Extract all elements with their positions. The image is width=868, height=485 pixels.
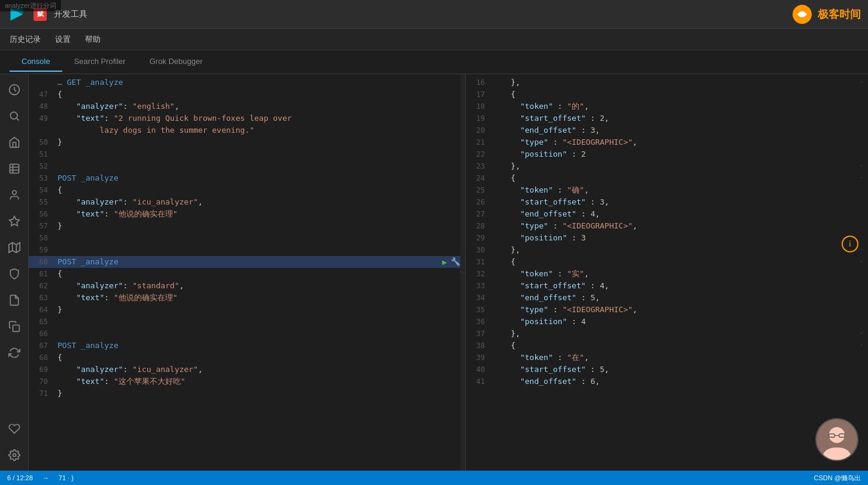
output-line: 25 "token" : "确",	[466, 184, 868, 196]
code-line: 59	[29, 244, 465, 256]
output-line: 38 { ·	[466, 340, 868, 352]
status-line-col: 6 / 12:28	[7, 474, 33, 481]
code-line: 54 {	[29, 184, 465, 196]
avatar	[815, 418, 858, 461]
output-line: 22 "position" : 2	[466, 148, 868, 160]
code-line: … GET _analyze	[29, 77, 465, 89]
code-editor[interactable]: … GET _analyze 47 { 48 "analyzer": "engl…	[29, 74, 465, 471]
nav-history[interactable]: 历史记录	[10, 34, 41, 45]
output-line: 27 "end_offset" : 4,	[466, 208, 868, 220]
panel-divider[interactable]: ⋮	[460, 74, 465, 471]
output-line: 20 "end_offset" : 3,	[466, 124, 868, 136]
output-line: 36 "position" : 4	[466, 316, 868, 328]
svg-point-6	[12, 191, 16, 195]
code-line: 69 "analyzer": "icu_analyzer",	[29, 364, 465, 376]
sidebar-icon-home[interactable]	[4, 132, 25, 153]
code-line: 50 }	[29, 136, 465, 148]
output-line: 16 }, ·	[466, 77, 868, 89]
left-panel: … GET _analyze 47 { 48 "analyzer": "engl…	[29, 74, 466, 471]
output-line: 35 "type" : "<IDEOGRAPHIC>",	[466, 304, 868, 316]
code-line: 52	[29, 160, 465, 172]
status-arrow: →	[43, 474, 49, 481]
code-line: 58	[29, 232, 465, 244]
nav-settings[interactable]: 设置	[55, 34, 71, 45]
output-line: 28 "type" : "<IDEOGRAPHIC>",	[466, 220, 868, 232]
code-line: 56 "text": "他说的确实在理"	[29, 208, 465, 220]
code-line: 47 {	[29, 89, 465, 100]
watermark: analyzer进行分词	[0, 0, 61, 11]
tab-grok-debugger[interactable]: Grok Debugger	[138, 52, 215, 72]
code-line: 70 "text": "这个苹果不大好吃"	[29, 376, 465, 388]
code-line: 65	[29, 316, 465, 328]
sidebar-icon-shield[interactable]	[4, 263, 25, 285]
top-bar-title: 开发工具	[54, 9, 784, 20]
info-icon[interactable]: i	[842, 236, 858, 252]
output-line: 29 "position" : 3	[466, 232, 868, 244]
code-line: 51	[29, 148, 465, 160]
output-line: 21 "type" : "<IDEOGRAPHIC>",	[466, 136, 868, 148]
svg-rect-5	[10, 164, 19, 173]
output-line: 34 "end_offset" : 5,	[466, 292, 868, 304]
tab-console[interactable]: Console	[10, 52, 62, 72]
code-line: 57 }	[29, 220, 465, 232]
code-line: lazy dogs in the summer evening."	[29, 124, 465, 136]
avatar-image	[817, 419, 857, 460]
sidebar-icon-settings[interactable]	[4, 444, 25, 466]
tab-search-profiler[interactable]: Search Profiler	[62, 52, 138, 72]
code-line: 63 "text": "他说的确实在理"	[29, 292, 465, 304]
code-line: 55 "analyzer": "icu_analyzer",	[29, 196, 465, 208]
json-output[interactable]: 16 }, · 17 { 18 "token" : "的", 19 "start…	[466, 74, 868, 471]
brand: 极客时间	[791, 4, 861, 25]
output-line: 17 {	[466, 89, 868, 100]
code-line: 61 {	[29, 268, 465, 280]
editor-area: … GET _analyze 47 { 48 "analyzer": "engl…	[29, 74, 868, 471]
brand-text: 极客时间	[818, 7, 861, 22]
sidebar-icon-file[interactable]	[4, 289, 25, 311]
sidebar-icon-star[interactable]	[4, 211, 25, 232]
sidebar-icon-table[interactable]	[4, 158, 25, 179]
code-line: 68 {	[29, 352, 465, 364]
svg-marker-8	[8, 243, 19, 253]
output-line: 31 { ·	[466, 256, 868, 268]
output-line: 30 }, ·	[466, 244, 868, 256]
output-line: 41 "end_offset" : 6,	[466, 376, 868, 388]
top-bar: 赋 开发工具 极客时间	[0, 0, 868, 29]
sidebar-icon-clock[interactable]	[4, 79, 25, 100]
svg-rect-11	[13, 325, 19, 332]
output-line: 24 { ·	[466, 172, 868, 184]
output-line: 18 "token" : "的",	[466, 100, 868, 112]
sidebar-icon-map[interactable]	[4, 237, 25, 258]
right-panel: 16 }, · 17 { 18 "token" : "的", 19 "start…	[466, 74, 868, 471]
svg-marker-7	[9, 216, 19, 226]
code-line: 64 }	[29, 304, 465, 316]
sidebar	[0, 74, 29, 471]
sidebar-icon-copy[interactable]	[4, 316, 25, 337]
nav-help[interactable]: 帮助	[85, 34, 101, 45]
sidebar-icon-person[interactable]	[4, 184, 25, 206]
sidebar-icon-search[interactable]	[4, 105, 25, 127]
svg-point-12	[13, 454, 16, 457]
output-line: 33 "start_offset" : 4,	[466, 280, 868, 292]
status-bar: 6 / 12:28 → 71 · } CSDN @懒鸟出	[0, 471, 868, 485]
output-line: 39 "token" : "在",	[466, 352, 868, 364]
tabs-row: Console Search Profiler Grok Debugger	[0, 50, 868, 74]
wrench-button[interactable]: 🔧	[451, 256, 460, 268]
code-line: 71 }	[29, 388, 465, 399]
status-content: 71 · }	[59, 474, 74, 481]
output-line: 23 }, ·	[466, 160, 868, 172]
svg-point-14	[829, 427, 845, 443]
code-line: 49 "text": "2 running Quick brown-foxes …	[29, 112, 465, 124]
code-line-highlighted: 60 POST _analyze ▶ 🔧	[29, 256, 465, 268]
nav-row: 历史记录 设置 帮助	[0, 29, 868, 50]
sidebar-icon-refresh[interactable]	[4, 342, 25, 364]
svg-point-4	[10, 112, 17, 119]
code-line: 67 POST _analyze	[29, 340, 465, 352]
sidebar-icon-heart[interactable]	[4, 418, 25, 440]
output-line: 32 "token" : "实",	[466, 268, 868, 280]
code-line: 48 "analyzer": "english",	[29, 100, 465, 112]
code-line: 62 "analyzer": "standard",	[29, 280, 465, 292]
run-button[interactable]: ▶	[442, 256, 447, 268]
output-line: 26 "start_offset" : 3,	[466, 196, 868, 208]
status-platform: CSDN @懒鸟出	[814, 474, 861, 483]
code-line: 53 POST _analyze	[29, 172, 465, 184]
